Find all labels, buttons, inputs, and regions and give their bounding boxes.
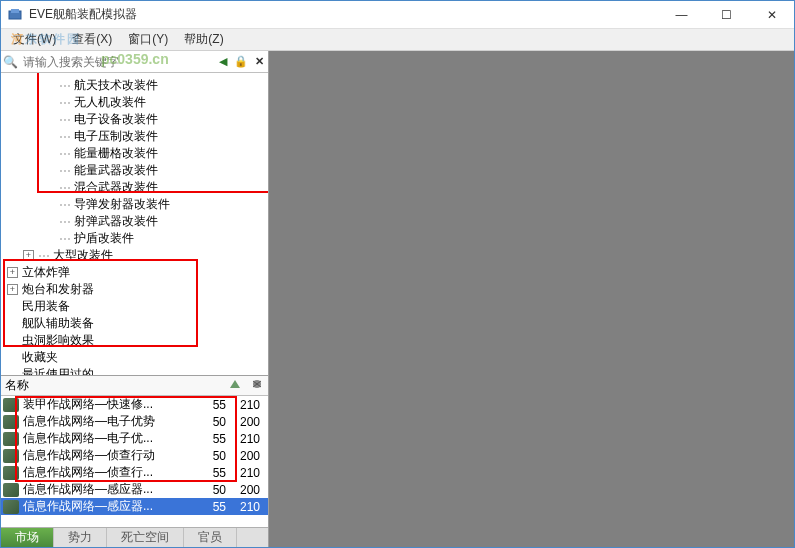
expander-icon[interactable]: + — [23, 250, 34, 261]
tree-node[interactable]: ⋯导弹发射器改装件 — [1, 196, 268, 213]
tree-node[interactable]: ⋯能量栅格改装件 — [1, 145, 268, 162]
tree-node[interactable]: +炮台和发射器 — [1, 281, 268, 298]
module-icon — [3, 449, 19, 463]
item-value-1: 55 — [202, 432, 232, 446]
tree-connector: ⋯ — [59, 198, 70, 212]
module-icon — [3, 483, 19, 497]
menu-view[interactable]: 查看(X) — [64, 29, 120, 50]
item-value-2: 200 — [232, 483, 268, 497]
item-name: 信息作战网络—侦查行... — [21, 464, 202, 481]
item-row[interactable]: 装甲作战网络—快速修...55210 — [1, 396, 268, 413]
tree-node[interactable]: 民用装备 — [1, 298, 268, 315]
minimize-button[interactable]: — — [659, 1, 704, 29]
tree-label: 能量武器改装件 — [74, 162, 158, 179]
item-row[interactable]: 信息作战网络—电子优...55210 — [1, 430, 268, 447]
column-icon-1[interactable] — [224, 378, 246, 393]
search-input[interactable] — [19, 53, 214, 71]
menu-window[interactable]: 窗口(Y) — [120, 29, 176, 50]
module-icon — [3, 432, 19, 446]
tree-connector: ⋯ — [59, 232, 70, 246]
category-tree[interactable]: ⋯航天技术改装件⋯无人机改装件⋯电子设备改装件⋯电子压制改装件⋯能量栅格改装件⋯… — [1, 73, 268, 375]
item-list[interactable]: 装甲作战网络—快速修...55210信息作战网络—电子优势50200信息作战网络… — [1, 396, 268, 527]
tab-officer[interactable]: 官员 — [184, 528, 237, 547]
item-value-2: 210 — [232, 398, 268, 412]
menu-help[interactable]: 帮助(Z) — [176, 29, 231, 50]
tree-node[interactable]: 舰队辅助装备 — [1, 315, 268, 332]
tree-node[interactable]: +立体炸弹 — [1, 264, 268, 281]
lock-button[interactable]: 🔒 — [232, 53, 250, 71]
item-row[interactable]: 信息作战网络—电子优势50200 — [1, 413, 268, 430]
tree-label: 护盾改装件 — [74, 230, 134, 247]
column-icon-2[interactable] — [246, 378, 268, 393]
item-value-1: 50 — [202, 415, 232, 429]
item-value-2: 210 — [232, 500, 268, 514]
tab-power[interactable]: 势力 — [54, 528, 107, 547]
item-value-2: 200 — [232, 449, 268, 463]
app-icon — [7, 7, 23, 23]
window-controls: — ☐ ✕ — [659, 1, 794, 28]
tree-node[interactable]: 最近使用过的 — [1, 366, 268, 375]
panel-close-button[interactable]: ✕ — [250, 53, 268, 71]
tree-node[interactable]: ⋯护盾改装件 — [1, 230, 268, 247]
tree-node[interactable]: +⋯大型改装件 — [1, 247, 268, 264]
item-row[interactable]: 信息作战网络—侦查行...55210 — [1, 464, 268, 481]
tree-connector: ⋯ — [59, 79, 70, 93]
close-button[interactable]: ✕ — [749, 1, 794, 29]
search-icon: 🔍 — [1, 55, 19, 69]
tree-node[interactable]: ⋯射弹武器改装件 — [1, 213, 268, 230]
tree-label: 炮台和发射器 — [22, 281, 94, 298]
search-bar: 🔍 ◀ 🔒 ✕ — [1, 51, 268, 73]
tree-connector: ⋯ — [59, 96, 70, 110]
tab-deadspace[interactable]: 死亡空间 — [107, 528, 184, 547]
item-value-1: 55 — [202, 500, 232, 514]
item-name: 信息作战网络—感应器... — [21, 498, 202, 515]
tree-node[interactable]: ⋯电子设备改装件 — [1, 111, 268, 128]
content-area — [269, 51, 794, 547]
item-name: 信息作战网络—电子优... — [21, 430, 202, 447]
item-header: 名称 — [1, 376, 268, 396]
item-value-2: 210 — [232, 432, 268, 446]
tree-node[interactable]: ⋯无人机改装件 — [1, 94, 268, 111]
item-name: 信息作战网络—电子优势 — [21, 413, 202, 430]
tree-label: 虫洞影响效果 — [22, 332, 94, 349]
menu-file[interactable]: 文件(W) — [5, 29, 64, 50]
svg-rect-1 — [11, 9, 19, 13]
expander-icon[interactable]: + — [7, 284, 18, 295]
svg-marker-2 — [230, 380, 240, 388]
item-value-1: 55 — [202, 398, 232, 412]
item-name: 装甲作战网络—快速修... — [21, 396, 202, 413]
expander-icon[interactable]: + — [7, 267, 18, 278]
tree-label: 能量栅格改装件 — [74, 145, 158, 162]
tree-connector: ⋯ — [59, 130, 70, 144]
tree-node[interactable]: ⋯电子压制改装件 — [1, 128, 268, 145]
tree-label: 导弹发射器改装件 — [74, 196, 170, 213]
tree-node[interactable]: ⋯能量武器改装件 — [1, 162, 268, 179]
tree-node[interactable]: ⋯混合武器改装件 — [1, 179, 268, 196]
item-value-2: 210 — [232, 466, 268, 480]
maximize-button[interactable]: ☐ — [704, 1, 749, 29]
module-icon — [3, 500, 19, 514]
nav-left-button[interactable]: ◀ — [214, 53, 232, 71]
tree-node[interactable]: 收藏夹 — [1, 349, 268, 366]
tree-connector: ⋯ — [59, 215, 70, 229]
item-row[interactable]: 信息作战网络—感应器...50200 — [1, 481, 268, 498]
tree-node[interactable]: 虫洞影响效果 — [1, 332, 268, 349]
column-name[interactable]: 名称 — [1, 377, 224, 394]
item-panel: 名称 装甲作战网络—快速修...55210信息作战网络—电子优势50200信息作… — [1, 375, 268, 547]
tree-connector: ⋯ — [59, 164, 70, 178]
tree-label: 最近使用过的 — [22, 366, 94, 375]
tree-label: 电子压制改装件 — [74, 128, 158, 145]
tree-label: 航天技术改装件 — [74, 77, 158, 94]
item-value-1: 50 — [202, 449, 232, 463]
tab-market[interactable]: 市场 — [1, 528, 54, 547]
tree-connector: ⋯ — [59, 181, 70, 195]
item-row[interactable]: 信息作战网络—感应器...55210 — [1, 498, 268, 515]
tree-label: 无人机改装件 — [74, 94, 146, 111]
window-title: EVE舰船装配模拟器 — [29, 6, 659, 23]
tree-label: 电子设备改装件 — [74, 111, 158, 128]
tree-label: 射弹武器改装件 — [74, 213, 158, 230]
item-row[interactable]: 信息作战网络—侦查行动50200 — [1, 447, 268, 464]
app-window: EVE舰船装配模拟器 — ☐ ✕ 文件(W) 查看(X) 窗口(Y) 帮助(Z)… — [0, 0, 795, 548]
item-value-1: 55 — [202, 466, 232, 480]
tree-node[interactable]: ⋯航天技术改装件 — [1, 77, 268, 94]
